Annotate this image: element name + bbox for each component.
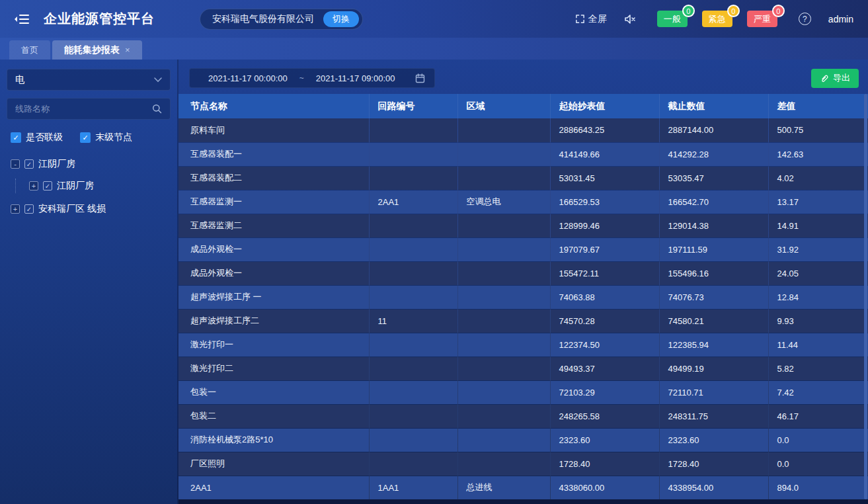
table-row[interactable]: 包装二248265.58248311.7546.17 [178, 404, 868, 428]
table-row[interactable]: 激光打印一122374.50122385.9411.44 [178, 333, 868, 357]
checkbox-checked-icon: ✓ [80, 132, 91, 143]
line-name-search[interactable] [7, 98, 171, 120]
tree-checkbox-icon[interactable]: ✓ [24, 204, 34, 214]
table-row[interactable]: 激光打印二49493.3749499.195.82 [178, 357, 868, 380]
table-cell: 9.93 [768, 309, 868, 333]
table-cell: 1728.40 [550, 452, 659, 476]
date-range-picker[interactable]: 2021-11-17 00:00:00 ~ 2021-11-17 09:00:0… [189, 68, 435, 88]
main-panel: 2021-11-17 00:00:00 ~ 2021-11-17 09:00:0… [178, 60, 868, 504]
date-start[interactable]: 2021-11-17 00:00:00 [208, 73, 288, 83]
table-row[interactable]: 互感器监测二128999.46129014.3814.91 [178, 214, 868, 237]
table-row[interactable]: 成品外观检一197079.67197111.5931.92 [178, 237, 868, 261]
switch-company-button[interactable]: 切换 [323, 11, 359, 27]
search-icon[interactable] [152, 104, 162, 114]
table-row[interactable]: 超声波焊接工序 一74063.8874076.7312.84 [178, 285, 868, 309]
bottom-strip [178, 499, 868, 504]
table-row[interactable]: 厂区照明1728.401728.400.0 [178, 452, 868, 476]
table-cell [369, 237, 457, 261]
col-difference: 差值 [768, 94, 868, 118]
col-end-value: 截止数值 [659, 94, 768, 118]
table-cell [457, 380, 550, 404]
checkbox-leaf-node[interactable]: ✓ 末级节点 [80, 132, 132, 144]
date-separator: ~ [299, 73, 304, 83]
col-area: 区域 [457, 94, 550, 118]
tree-node-jiangyin-plant[interactable]: - ✓ 江阴厂房 [11, 157, 171, 171]
expand-icon[interactable]: + [29, 181, 38, 190]
table-cell: 74063.88 [550, 285, 659, 309]
table-cell [369, 452, 457, 476]
fullscreen-button[interactable]: 全屏 [575, 13, 607, 25]
username[interactable]: admin [828, 14, 853, 24]
energy-type-select[interactable]: 电 [7, 69, 171, 91]
calendar-icon[interactable] [415, 73, 425, 83]
tree-node-acrel-area[interactable]: + ✓ 安科瑞厂区 线损 [11, 202, 171, 216]
tree-checkbox-icon[interactable]: ✓ [43, 181, 52, 190]
tab-home[interactable]: 首页 [9, 40, 50, 60]
export-button[interactable]: 导出 [811, 69, 859, 88]
table-cell: 激光打印二 [178, 357, 369, 380]
table-cell: 74580.21 [659, 309, 768, 333]
table-cell: 13.17 [768, 190, 868, 214]
alarm-general-count: 0 [682, 5, 695, 17]
checkbox-cascade[interactable]: ✓ 是否联级 [11, 132, 63, 144]
search-input[interactable] [15, 104, 152, 114]
table-row[interactable]: 消防栓机械泵2路5*102323.602323.600.0 [178, 428, 868, 452]
table-cell: 总进线 [457, 476, 550, 499]
tree-checkbox-icon[interactable]: ✓ [24, 159, 34, 169]
table-row[interactable]: 2AA11AA1总进线4338060.004338954.00894.0 [178, 476, 868, 499]
table-cell [369, 261, 457, 285]
table-cell: 互感器监测二 [178, 214, 369, 237]
alarm-critical[interactable]: 严重 0 [747, 11, 777, 27]
table-row[interactable]: 成品外观检一155472.11155496.1624.05 [178, 261, 868, 285]
help-icon[interactable]: ? [799, 13, 811, 25]
table-cell: 49493.37 [550, 357, 659, 380]
menu-fold-icon[interactable] [15, 13, 29, 25]
energy-type-value: 电 [15, 74, 24, 86]
table-row[interactable]: 包装一72103.2972110.717.42 [178, 380, 868, 404]
expand-icon[interactable]: + [11, 204, 20, 214]
table-cell: 超声波焊接工序 一 [178, 285, 369, 309]
tab-close-icon[interactable]: × [125, 45, 130, 55]
table-cell [369, 285, 457, 309]
table-row[interactable]: 原料车间2886643.252887144.00500.75 [178, 118, 868, 142]
table-row[interactable]: 互感器装配一414149.66414292.28142.63 [178, 142, 868, 166]
table-cell: 12.84 [768, 285, 868, 309]
date-end[interactable]: 2021-11-17 09:00:00 [316, 73, 395, 83]
table-cell: 激光打印一 [178, 333, 369, 357]
tree-node-label: 江阴厂房 [57, 180, 94, 192]
tree-children: + ✓ 江阴厂房 [15, 179, 171, 193]
table-cell [369, 380, 457, 404]
topbar-right: 全屏 一般 0 紧急 0 严重 0 ? admin [575, 11, 856, 27]
table-cell: 成品外观检一 [178, 237, 369, 261]
table-cell: 厂区照明 [178, 452, 369, 476]
collapse-icon[interactable]: - [11, 159, 20, 169]
table-cell: 53031.45 [550, 166, 659, 190]
table-cell [369, 357, 457, 380]
checkbox-cascade-label: 是否联级 [26, 132, 63, 144]
tree-node-label: 安科瑞厂区 线损 [38, 203, 106, 215]
table-row[interactable]: 互感器监测一2AA1空调总电166529.53166542.7013.17 [178, 190, 868, 214]
mute-icon[interactable] [624, 14, 636, 24]
table-cell: 24.05 [768, 261, 868, 285]
table-cell [457, 404, 550, 428]
table-cell [457, 237, 550, 261]
table-cell [369, 142, 457, 166]
table-cell: 122385.94 [659, 333, 768, 357]
tab-energy-report[interactable]: 能耗集抄报表 × [52, 40, 142, 60]
table-cell: 1728.40 [659, 452, 768, 476]
tree-node-jiangyin-plant-child[interactable]: + ✓ 江阴厂房 [29, 179, 171, 193]
alarm-critical-count: 0 [772, 5, 785, 17]
table-scrollbar[interactable] [864, 94, 867, 499]
table-cell: 74076.73 [659, 285, 768, 309]
table-cell: 11 [369, 309, 457, 333]
table-row[interactable]: 超声波焊接工序二1174570.2874580.219.93 [178, 309, 868, 333]
table-row[interactable]: 互感器装配二53031.4553035.474.02 [178, 166, 868, 190]
table-cell: 414149.66 [550, 142, 659, 166]
alarm-general[interactable]: 一般 0 [657, 11, 688, 27]
alarm-urgent[interactable]: 紧急 0 [702, 11, 732, 27]
table-cell: 74570.28 [550, 309, 659, 333]
tabbar: 首页 能耗集抄报表 × [0, 38, 868, 60]
table-cell: 5.82 [768, 357, 868, 380]
table-cell: 197079.67 [550, 237, 659, 261]
filter-checkboxes: ✓ 是否联级 ✓ 末级节点 [11, 132, 171, 144]
